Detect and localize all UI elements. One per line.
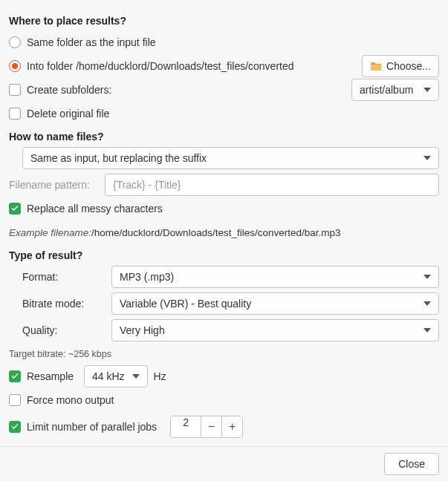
checkbox-delete-original[interactable] bbox=[9, 108, 21, 120]
delete-original-label: Delete original file bbox=[27, 108, 109, 120]
target-bitrate-text: Target bitrate: ~256 kbps bbox=[9, 349, 439, 359]
checkbox-create-subfolders[interactable] bbox=[9, 84, 21, 96]
jobs-value[interactable]: 2 bbox=[171, 416, 201, 437]
combo-bitrate-mode[interactable]: Variable (VBR) - Best quality bbox=[111, 292, 439, 315]
close-button[interactable]: Close bbox=[384, 453, 439, 475]
replace-messy-label: Replace all messy characters bbox=[27, 203, 163, 215]
section-place-results-title: Where to place results? bbox=[9, 15, 439, 27]
choose-folder-button[interactable]: Choose... bbox=[362, 55, 439, 77]
resample-label: Resample bbox=[27, 370, 74, 382]
chevron-down-icon bbox=[423, 301, 431, 306]
section-name-files-title: How to name files? bbox=[9, 131, 439, 143]
combo-resample-rate[interactable]: 44 kHz bbox=[84, 365, 148, 387]
create-subfolders-label: Create subfolders: bbox=[27, 84, 111, 96]
chevron-down-icon bbox=[423, 328, 431, 333]
checkbox-resample[interactable] bbox=[9, 370, 21, 382]
combo-subfolder-pattern[interactable]: artist/album bbox=[351, 79, 439, 101]
checkbox-limit-jobs[interactable] bbox=[9, 421, 21, 433]
example-filename-value: /home/ducklord/Downloads/test_files/conv… bbox=[91, 227, 340, 238]
quality-label: Quality: bbox=[22, 324, 104, 336]
radio-same-folder-label: Same folder as the input file bbox=[27, 36, 156, 48]
limit-jobs-label: Limit number of parallel jobs bbox=[27, 421, 157, 433]
chevron-down-icon bbox=[423, 275, 431, 279]
filename-pattern-label: Filename pattern: bbox=[9, 179, 90, 191]
chevron-down-icon bbox=[423, 156, 431, 160]
combo-naming-scheme[interactable]: Same as input, but replacing the suffix bbox=[22, 147, 439, 169]
bitrate-mode-label: Bitrate mode: bbox=[22, 298, 104, 310]
jobs-increment-button[interactable]: + bbox=[221, 416, 242, 437]
force-mono-label: Force mono output bbox=[27, 394, 114, 406]
checkbox-force-mono[interactable] bbox=[9, 394, 21, 406]
filename-pattern-input[interactable]: {Track} - {Title} bbox=[105, 174, 439, 196]
radio-into-folder[interactable] bbox=[9, 60, 21, 72]
combo-quality[interactable]: Very High bbox=[111, 319, 439, 341]
example-filename-prefix: Example filename: bbox=[9, 227, 91, 238]
resample-unit: Hz bbox=[154, 370, 166, 382]
folder-icon bbox=[370, 61, 382, 71]
radio-into-folder-label: Into folder /home/ducklord/Downloads/tes… bbox=[27, 60, 294, 72]
format-label: Format: bbox=[22, 271, 104, 283]
radio-same-folder[interactable] bbox=[9, 36, 21, 48]
jobs-decrement-button[interactable]: − bbox=[201, 416, 221, 437]
jobs-spinner[interactable]: 2 − + bbox=[170, 416, 243, 438]
checkbox-replace-messy[interactable] bbox=[9, 203, 21, 215]
combo-format[interactable]: MP3 (.mp3) bbox=[111, 266, 439, 288]
section-type-result-title: Type of result? bbox=[9, 249, 439, 261]
chevron-down-icon bbox=[423, 88, 431, 92]
chevron-down-icon bbox=[132, 374, 140, 379]
